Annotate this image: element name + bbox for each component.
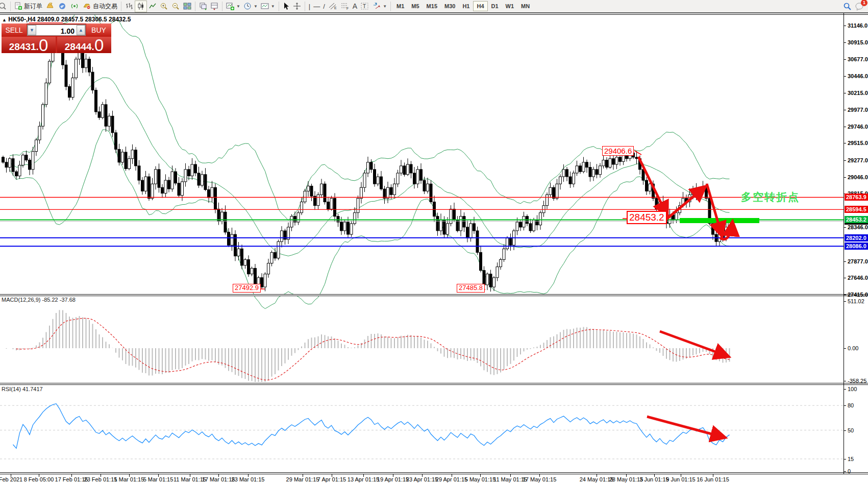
macd-splitter[interactable] (0, 294, 868, 296)
timeframe-mn[interactable]: MN (517, 1, 533, 11)
main-toolbar: 新订单 自动交易 ▼ ▼ ▼ (0, 0, 868, 13)
new-chart-button[interactable]: ▼ (225, 1, 242, 12)
price-annotation-low2[interactable]: 27485.8 (457, 284, 485, 293)
trend-arrow (647, 417, 723, 437)
tile-windows-icon[interactable] (182, 1, 193, 12)
chevron-down-icon: ▼ (236, 4, 240, 9)
timeframe-h1[interactable]: H1 (459, 1, 473, 11)
price-annotation-low1[interactable]: 27492.9 (233, 284, 261, 293)
price-annotation-pivot[interactable]: 28453.2 (627, 211, 667, 224)
candlestick-chart-icon[interactable] (135, 1, 147, 12)
window-icon[interactable] (0, 1, 8, 12)
timeframe-h4[interactable]: H4 (473, 1, 487, 11)
auto-trading-icon (82, 2, 91, 10)
cursor-icon[interactable] (281, 1, 291, 12)
timeframe-group: M1M5M15M30H1H4D1W1MN (393, 1, 533, 11)
gold-icon[interactable] (44, 1, 56, 12)
spread-underline (29, 22, 63, 23)
buy-button[interactable]: BUY (86, 23, 111, 37)
chart-top-border (0, 13, 868, 15)
clock-icon (243, 2, 252, 10)
signal-icon[interactable] (68, 1, 81, 12)
time-axis-border (0, 472, 868, 474)
candles (2, 28, 731, 292)
buy-price[interactable]: 28444.0 (57, 37, 111, 53)
timeframe-d1[interactable]: D1 (488, 1, 502, 11)
svg-text:T: T (363, 4, 366, 9)
volume-increase-button[interactable]: ▲ (77, 25, 85, 35)
templates-icon (261, 2, 269, 10)
volume-spinner: ▼ 1.00 ▲ (27, 25, 86, 36)
templates-button[interactable]: ▼ (259, 1, 277, 12)
chat-button[interactable]: 1 (855, 2, 864, 11)
price-annotation-high[interactable]: 29406.6 (602, 146, 634, 156)
buy-price-fraction: 0 (94, 38, 104, 52)
trendline-icon[interactable]: / (321, 1, 327, 12)
trend-arrow (665, 188, 704, 220)
cascade-windows-icon[interactable] (197, 1, 209, 12)
sell-price[interactable]: 28431.0 (2, 37, 56, 53)
auto-trading-button[interactable]: 自动交易 (81, 1, 119, 12)
auto-trading-label: 自动交易 (93, 2, 117, 11)
volume-input[interactable]: 1.00 (36, 25, 77, 35)
rsi-indicator (0, 404, 844, 459)
one-click-trading-panel: SELL ▼ 1.00 ▲ BUY 28431.0 28444.0 (2, 23, 111, 53)
timeframe-m5[interactable]: M5 (408, 1, 423, 11)
timeframe-m15[interactable]: M15 (423, 1, 441, 11)
sell-price-fraction: 0 (39, 38, 48, 52)
timeframe-m30[interactable]: M30 (441, 1, 459, 11)
text-label-icon[interactable]: T (359, 1, 371, 12)
buy-price-main: 28444 (65, 42, 92, 52)
chevron-down-icon: ▼ (254, 4, 258, 9)
green-highlight-bar (680, 218, 759, 223)
price-axis-line (844, 13, 844, 474)
sell-button[interactable]: SELL (2, 23, 27, 37)
zoom-in-icon[interactable] (158, 1, 170, 12)
search-icon[interactable] (843, 2, 852, 11)
new-chart-icon (226, 2, 234, 10)
zoom-out-icon[interactable] (170, 1, 182, 12)
text-icon[interactable]: A (351, 1, 359, 12)
collapse-arrow-icon[interactable]: ▲ (2, 17, 7, 22)
line-chart-icon[interactable] (147, 1, 158, 12)
arrange-windows-icon[interactable] (209, 1, 220, 12)
timeframe-w1[interactable]: W1 (502, 1, 518, 11)
chart-canvas[interactable] (0, 0, 868, 484)
notification-badge: 1 (861, 0, 867, 6)
new-order-label: 新订单 (24, 2, 42, 11)
symbol-period: HK50-,H4 (8, 16, 35, 23)
bar-chart-icon[interactable] (123, 1, 135, 12)
chevron-down-icon: ▼ (383, 4, 387, 9)
equidistant-channel-icon[interactable]: E (327, 1, 339, 12)
ohlc-values: 28409.0 28457.5 28306.5 28432.5 (37, 16, 131, 23)
pivot-text-annotation[interactable]: 多空转折点 (741, 190, 800, 204)
periods-button[interactable]: ▼ (242, 1, 259, 12)
volume-decrease-button[interactable]: ▼ (28, 25, 36, 35)
new-order-icon (14, 2, 22, 10)
trend-arrow (638, 157, 666, 214)
horizontal-line-icon[interactable]: — (312, 1, 321, 12)
crosshair-icon[interactable] (291, 1, 303, 12)
rsi-label: RSI(14) 41.7417 (2, 386, 43, 392)
chart-title: ▲ HK50-,H4 28409.0 28457.5 28306.5 28432… (2, 16, 131, 23)
svg-text:F: F (346, 7, 349, 10)
new-order-button[interactable]: 新订单 (13, 1, 44, 12)
sell-price-main: 28431 (9, 42, 36, 52)
chevron-down-icon: ▼ (271, 4, 275, 9)
svg-text:E: E (334, 6, 337, 10)
shapes-icon (373, 2, 381, 10)
vertical-line-icon[interactable]: | (307, 1, 312, 12)
macd-label: MACD(12,26,9) -85.22 -37.68 (2, 297, 76, 303)
shapes-button[interactable]: ▼ (371, 1, 388, 12)
messenger-icon[interactable] (56, 1, 68, 12)
rsi-splitter[interactable] (0, 383, 868, 385)
timeframe-m1[interactable]: M1 (393, 1, 408, 11)
macd-indicator (3, 310, 730, 382)
fibonacci-icon[interactable]: F (339, 1, 351, 12)
